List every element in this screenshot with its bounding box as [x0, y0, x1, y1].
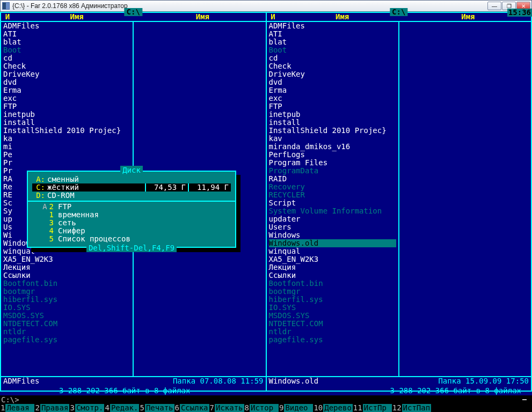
file-item[interactable]: NTDETECT.COM — [3, 320, 130, 328]
file-item[interactable]: Ссылки — [3, 271, 130, 279]
file-item[interactable]: ATI — [269, 30, 396, 38]
drive-list[interactable]: A:сменныйC:жёсткий74,53 Г11,94 ГD:CD-ROM — [28, 174, 235, 202]
file-item[interactable]: Erma — [269, 86, 396, 94]
file-item[interactable]: FTP — [3, 102, 130, 111]
file-item[interactable]: MSDOS.SYS — [3, 312, 130, 320]
file-item[interactable]: inetpub — [269, 111, 396, 119]
file-item[interactable]: ntldr — [3, 328, 130, 336]
file-item[interactable]: Check — [3, 62, 130, 70]
file-item[interactable]: Boot — [3, 46, 130, 54]
file-item[interactable]: InstallShield 2010 Projec — [269, 127, 396, 135]
file-item[interactable]: bootmgr — [269, 288, 396, 296]
file-item[interactable]: PerfLogs — [269, 151, 396, 159]
drive-dialog[interactable]: Диск A:сменныйC:жёсткий74,53 Г11,94 ГD:C… — [27, 171, 236, 248]
file-item[interactable]: bootmgr — [3, 288, 130, 296]
file-item[interactable]: FTP — [269, 102, 396, 111]
fkey-7[interactable]: 7Искать — [209, 404, 244, 412]
fkey-6[interactable]: 6Ссылка — [174, 404, 209, 412]
file-item[interactable]: ka — [3, 135, 130, 143]
plugin-row[interactable]: 1временная — [32, 211, 231, 219]
file-item[interactable]: Script — [269, 199, 396, 207]
file-item[interactable]: pagefile.sys — [3, 336, 130, 344]
fkey-3[interactable]: 3Смотр. — [69, 404, 104, 412]
file-item[interactable]: blat — [269, 38, 396, 46]
file-item[interactable]: Recovery — [269, 183, 396, 191]
file-item[interactable]: ADMFiles — [3, 22, 130, 30]
command-line[interactable]: C:\> — [0, 395, 532, 404]
file-item[interactable]: IO.SYS — [269, 304, 396, 312]
file-item[interactable]: Check — [269, 62, 396, 70]
plugin-row[interactable]: 5Список процессов — [32, 235, 231, 243]
fkey-5[interactable]: 5Печать — [139, 404, 174, 412]
file-item[interactable]: exc — [269, 94, 396, 102]
right-footer-name: Windows.old — [269, 377, 366, 385]
dialog-title: Диск — [28, 166, 235, 174]
fkey-12[interactable]: 12ИстПап — [392, 404, 431, 412]
file-item[interactable]: ADMFiles — [269, 22, 396, 30]
file-item[interactable]: Bootfont.bin — [269, 279, 396, 288]
file-item[interactable]: Ссылки — [269, 271, 396, 279]
file-item[interactable]: ntldr — [269, 328, 396, 336]
file-item[interactable]: pagefile.sys — [269, 336, 396, 344]
file-item[interactable]: ProgramData — [269, 167, 396, 175]
right-file-list[interactable]: ADMFilesATIblatBootcdCheckDriveKeydvdErm… — [267, 22, 399, 376]
plugin-row[interactable]: 4Снифер — [32, 227, 231, 235]
fkey-8[interactable]: 8Истор — [244, 404, 279, 412]
file-item[interactable]: updater — [269, 215, 396, 223]
file-item[interactable]: Лекция — [3, 263, 130, 271]
file-item[interactable]: Bootfont.bin — [3, 279, 130, 288]
file-item[interactable]: blat — [3, 38, 130, 46]
file-item[interactable]: RAID — [269, 175, 396, 183]
plugin-list[interactable]: A2FTP1временная3сеть4Снифер5Список проце… — [28, 202, 235, 244]
file-item[interactable]: winqual — [269, 247, 396, 255]
file-item[interactable]: hiberfil.sys — [269, 296, 396, 304]
file-item[interactable]: Pe — [3, 151, 130, 159]
file-item[interactable]: dvd — [269, 78, 396, 86]
file-item[interactable]: IO.SYS — [3, 304, 130, 312]
file-item[interactable]: cd — [269, 54, 396, 62]
plugin-row[interactable]: A2FTP — [32, 203, 231, 211]
file-item[interactable]: kav — [269, 135, 396, 143]
plugin-row[interactable]: 3сеть — [32, 219, 231, 227]
left-status: 3 288 202 366 байт в 8 файлах — [59, 387, 190, 395]
file-item[interactable]: install — [3, 119, 130, 127]
file-item[interactable]: exc — [3, 94, 130, 102]
drive-row[interactable]: D:CD-ROM — [32, 192, 231, 200]
file-item[interactable]: System Volume Information — [269, 207, 396, 215]
file-item[interactable]: hiberfil.sys — [3, 296, 130, 304]
file-item[interactable]: NTDETECT.COM — [269, 320, 396, 328]
drive-row[interactable]: C:жёсткий74,53 Г11,94 Г — [32, 183, 231, 192]
file-item[interactable]: DriveKey — [269, 70, 396, 78]
file-item[interactable]: install — [269, 119, 396, 127]
file-item[interactable]: XA5_EN_W2K3 — [3, 255, 130, 263]
fkey-9[interactable]: 9Видео — [279, 404, 313, 412]
file-item[interactable]: Лекция — [269, 263, 396, 271]
file-item[interactable]: mi — [3, 143, 130, 151]
file-item[interactable]: Program Files — [269, 159, 396, 167]
fkey-2[interactable]: 2Правая — [34, 404, 69, 412]
file-item[interactable]: cd — [3, 54, 130, 62]
file-item[interactable]: InstallShield 2010 Projec — [3, 127, 130, 135]
file-item[interactable]: Windows — [269, 231, 396, 239]
fkey-1[interactable]: 1Левая — [0, 404, 34, 412]
file-item[interactable]: Users — [269, 223, 396, 231]
file-item[interactable]: RECYCLER — [269, 191, 396, 199]
file-item[interactable]: Erma — [3, 86, 130, 94]
drive-row[interactable]: A:сменный — [32, 175, 231, 183]
file-item[interactable]: MSDOS.SYS — [269, 312, 396, 320]
file-item[interactable]: inetpub — [3, 111, 130, 119]
file-item[interactable]: XA5_EN_W2K3 — [269, 255, 396, 263]
fkey-11[interactable]: 11ИстПр — [353, 404, 392, 412]
right-file-list-2[interactable] — [399, 22, 531, 376]
file-item[interactable]: ATI — [3, 30, 130, 38]
minimize-button[interactable]: — — [487, 2, 501, 10]
file-item[interactable]: Windows.old — [269, 239, 396, 247]
file-item[interactable]: Pr — [3, 159, 130, 167]
file-item[interactable]: DriveKey — [3, 70, 130, 78]
fkey-10[interactable]: 10Дерево — [313, 404, 352, 412]
file-item[interactable]: dvd — [3, 78, 130, 86]
file-item[interactable]: Boot — [269, 46, 396, 54]
right-panel[interactable]: C:\ 15:36 И Имя Имя ADMFilesATIblatBootc… — [266, 12, 533, 392]
file-item[interactable]: miranda_dmikos_v16 — [269, 143, 396, 151]
fkey-4[interactable]: 4Редак. — [104, 404, 139, 412]
